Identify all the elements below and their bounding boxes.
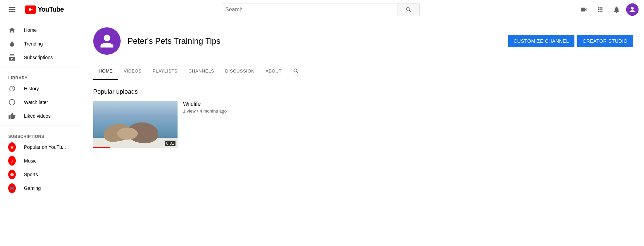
- video-duration: 0:31: [165, 141, 175, 146]
- sidebar-watch-later-label: Watch later: [24, 100, 48, 105]
- creator-studio-button[interactable]: CREATOR STUDIO: [577, 35, 633, 47]
- subscriptions-section-title: SUBSCRIPTIONS: [0, 129, 82, 140]
- tab-discussion[interactable]: DISCUSSION: [220, 63, 260, 80]
- music-icon: ♪: [8, 156, 16, 166]
- watch-later-icon: [8, 99, 16, 106]
- apps-grid-button[interactable]: [593, 3, 607, 16]
- notifications-button[interactable]: [610, 3, 623, 16]
- sidebar-divider-2: [0, 126, 82, 126]
- channel-search-button[interactable]: [290, 65, 302, 78]
- header-left: YouTube: [5, 3, 64, 16]
- liked-videos-icon: [8, 112, 16, 120]
- sidebar-trending-label: Trending: [24, 41, 43, 47]
- sidebar-item-subscriptions[interactable]: Subscriptions: [0, 51, 82, 64]
- layout: Home Trending Subscriptions LIBRARY Hist…: [0, 19, 644, 246]
- sidebar-liked-videos-label: Liked videos: [24, 113, 51, 119]
- sidebar-item-liked-videos[interactable]: Liked videos: [0, 109, 82, 123]
- subscriptions-icon: [8, 54, 16, 61]
- sports-icon: ⊗: [8, 170, 16, 179]
- youtube-logo-icon: [25, 5, 36, 14]
- channel-info: Peter's Pets Training Tips: [127, 36, 501, 46]
- hamburger-icon: [9, 7, 15, 12]
- video-camera-icon: [580, 6, 587, 13]
- youtube-logo[interactable]: YouTube: [25, 5, 64, 14]
- avatar: [626, 3, 639, 16]
- sidebar-divider-1: [0, 67, 82, 67]
- sidebar-item-home[interactable]: Home: [0, 23, 82, 37]
- history-icon: [8, 85, 16, 92]
- video-progress-bar: [93, 147, 110, 148]
- channel-tabs: HOME VIDEOS PLAYLISTS CHANNELS DISCUSSIO…: [82, 63, 644, 80]
- tab-channels[interactable]: CHANNELS: [183, 63, 220, 80]
- upload-video-button[interactable]: [577, 3, 591, 16]
- bell-icon: [613, 6, 620, 13]
- trending-icon: [8, 40, 16, 48]
- sidebar-item-music[interactable]: ♪ Music: [0, 154, 82, 168]
- customize-channel-button[interactable]: CUSTOMIZE CHANNEL: [508, 35, 574, 47]
- popular-icon: ★: [8, 142, 16, 152]
- sidebar-home-label: Home: [24, 27, 37, 33]
- sidebar-history-label: History: [24, 86, 39, 91]
- tab-home[interactable]: HOME: [93, 63, 118, 80]
- sidebar-item-gaming[interactable]: 🎮 Gaming: [0, 181, 82, 195]
- sidebar-item-popular[interactable]: ★ Popular on YouTu...: [0, 140, 82, 154]
- header: YouTube: [0, 0, 644, 19]
- sidebar-item-watch-later[interactable]: Watch later: [0, 95, 82, 109]
- sidebar-popular-label: Popular on YouTu...: [24, 144, 66, 150]
- channel-header: Peter's Pets Training Tips CUSTOMIZE CHA…: [82, 19, 644, 63]
- sidebar: Home Trending Subscriptions LIBRARY Hist…: [0, 19, 82, 246]
- logo-text: YouTube: [38, 5, 64, 13]
- search-button[interactable]: [398, 3, 420, 16]
- hamburger-menu-button[interactable]: [5, 3, 19, 16]
- main-content: Peter's Pets Training Tips CUSTOMIZE CHA…: [82, 19, 644, 246]
- user-avatar-button[interactable]: [626, 3, 639, 16]
- video-card: 0:31 Wildlife 1 view • 4 months ago: [93, 101, 633, 148]
- sidebar-item-sports[interactable]: ⊗ Sports: [0, 168, 82, 181]
- sidebar-music-label: Music: [24, 158, 37, 164]
- sidebar-gaming-label: Gaming: [24, 185, 41, 191]
- sidebar-item-trending[interactable]: Trending: [0, 37, 82, 51]
- popular-uploads-title: Popular uploads: [93, 88, 633, 95]
- library-section-title: LIBRARY: [0, 70, 82, 82]
- sidebar-sports-label: Sports: [24, 172, 38, 177]
- video-info: Wildlife 1 view • 4 months ago: [183, 101, 633, 114]
- search-form: [221, 3, 420, 16]
- channel-search-icon: [293, 68, 300, 75]
- search-input[interactable]: [221, 3, 398, 16]
- channel-avatar: [93, 27, 121, 55]
- video-meta: 1 view • 4 months ago: [183, 108, 633, 114]
- tab-videos[interactable]: VIDEOS: [118, 63, 147, 80]
- person-icon: [628, 5, 636, 14]
- tab-about[interactable]: ABOUT: [260, 63, 287, 80]
- tab-playlists[interactable]: PLAYLISTS: [147, 63, 183, 80]
- channel-actions: CUSTOMIZE CHANNEL CREATOR STUDIO: [508, 35, 633, 47]
- channel-name: Peter's Pets Training Tips: [127, 36, 501, 46]
- header-right: [577, 3, 639, 16]
- sidebar-subscriptions-label: Subscriptions: [24, 55, 53, 60]
- home-icon: [8, 26, 16, 34]
- channel-content: Popular uploads 0:31 Wildlife 1 view: [82, 80, 644, 156]
- sidebar-item-history[interactable]: History: [0, 82, 82, 95]
- video-title[interactable]: Wildlife: [183, 101, 633, 107]
- grid-icon: [597, 6, 604, 13]
- header-search: [64, 3, 577, 16]
- search-icon: [405, 7, 412, 13]
- video-thumbnail[interactable]: 0:31: [93, 101, 178, 148]
- gaming-icon: 🎮: [8, 183, 16, 193]
- channel-person-icon: [97, 31, 117, 51]
- seal-small: [117, 128, 138, 140]
